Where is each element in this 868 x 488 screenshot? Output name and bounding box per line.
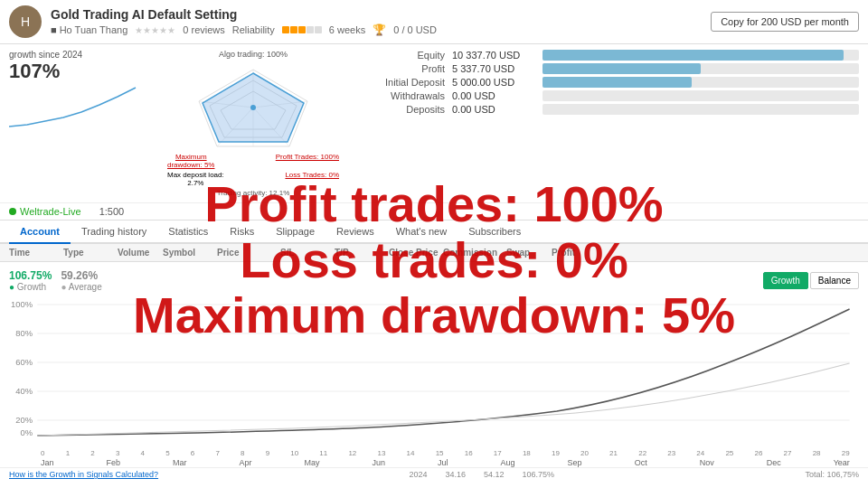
withdrawals-bar-wrap — [542, 90, 859, 101]
tab-account[interactable]: Account — [9, 221, 71, 244]
avg-badge: 59.26% ● Average — [61, 269, 101, 292]
svg-text:0%: 0% — [21, 428, 33, 437]
equity-bar — [542, 50, 844, 61]
broker-name: Weltrade-Live — [20, 206, 81, 217]
chart-btn-group: Growth Balance — [763, 272, 859, 289]
equity-label: Equity — [353, 50, 452, 61]
col-sl: S/L — [280, 248, 335, 258]
profit-bar — [542, 63, 701, 74]
growth-badge-label: ● Growth — [9, 282, 52, 292]
page-header: H Gold Trading AI Default Setting ■ Ho T… — [0, 0, 868, 44]
growth-mini: growth since 2024 107% — [9, 50, 154, 128]
chart-section: 106.75% ● Growth 59.26% ● Average Growth… — [0, 262, 868, 467]
col-volume: Volume — [118, 248, 163, 258]
col-price: Price — [217, 248, 280, 258]
growth-badge-value: 106.75% — [9, 269, 52, 282]
reviews: 0 reviews — [183, 24, 224, 35]
tab-reviews[interactable]: Reviews — [326, 221, 385, 244]
growth-since-label: growth since 2024 — [9, 50, 154, 60]
deposits-value: 0.00 USD — [452, 104, 542, 115]
deposit-label: Initial Deposit — [353, 77, 452, 88]
algo-label: Algo trading: 100% — [163, 50, 344, 59]
withdrawals-value: 0.00 USD — [452, 90, 542, 101]
tab-whats-new[interactable]: What's new — [385, 221, 458, 244]
weeks: 6 weeks — [329, 24, 365, 35]
right-stats: Equity 10 337.70 USD Profit 5 337.70 USD… — [353, 50, 859, 117]
footer-val-3: 54.12 — [484, 470, 505, 479]
deposits-row: Deposits 0.00 USD — [353, 104, 859, 115]
live-badge: Weltrade-Live — [9, 206, 81, 217]
growth-calc-link[interactable]: How is the Growth in Signals Calculated? — [9, 470, 158, 479]
copy-button[interactable]: Copy for 200 USD per month — [711, 12, 859, 32]
tab-risks[interactable]: Risks — [219, 221, 265, 244]
leverage: 1:500 — [99, 206, 125, 217]
main-chart: 100% 80% 60% 40% 20% 0% — [9, 296, 859, 449]
col-commission: Commission — [443, 248, 506, 258]
author: ■ Ho Tuan Thang — [51, 24, 127, 35]
footer-values: 2024 34.16 54.12 106.75% — [409, 470, 554, 479]
radar-chart: Algo trading: 100% Maximumdrawdo — [163, 50, 344, 197]
col-time: Time — [9, 248, 63, 258]
reliability-label: Reliability — [232, 24, 275, 35]
tab-slippage[interactable]: Slippage — [265, 221, 326, 244]
balance-button[interactable]: Balance — [810, 272, 859, 289]
equity-bar-wrap — [542, 50, 859, 61]
footer-val-1: 2024 — [409, 470, 427, 479]
reliability-bar — [282, 26, 322, 33]
equity-value: 10 337.70 USD — [452, 50, 542, 61]
svg-point-9 — [250, 105, 256, 110]
deposits-bar-wrap — [542, 104, 859, 115]
withdrawals-row: Withdrawals 0.00 USD — [353, 90, 859, 101]
broker-meta: Weltrade-Live 1:500 — [0, 203, 868, 221]
stats-row: growth since 2024 107% Algo trading: 100… — [0, 44, 868, 203]
footer-total: Total: 106,75% — [805, 470, 859, 479]
page-title: Gold Trading AI Default Setting — [51, 7, 702, 22]
tab-statistics[interactable]: Statistics — [157, 221, 219, 244]
header-meta: ■ Ho Tuan Thang ★★★★★ 0 reviews Reliabil… — [51, 23, 702, 36]
col-close-price: Close Price — [389, 248, 443, 258]
loss-trades-label: Loss Trades: 0% — [285, 171, 339, 187]
footer-val-4: 106.75% — [523, 470, 555, 479]
deposit-value: 5 000.00 USD — [452, 77, 542, 88]
avg-badge-label: ● Average — [61, 282, 101, 292]
avg-badge-value: 59.26% — [61, 269, 101, 282]
withdrawals-label: Withdrawals — [353, 90, 452, 101]
svg-text:60%: 60% — [15, 358, 33, 367]
tab-trading-history[interactable]: Trading history — [71, 221, 157, 244]
star-rating: ★★★★★ — [135, 25, 175, 35]
chart-badges: 106.75% ● Growth 59.26% ● Average — [9, 269, 102, 292]
svg-text:80%: 80% — [15, 329, 33, 338]
header-info: Gold Trading AI Default Setting ■ Ho Tua… — [51, 7, 702, 36]
svg-text:20%: 20% — [15, 416, 33, 425]
col-symbol: Symbol — [163, 248, 217, 258]
equity-row: Equity 10 337.70 USD — [353, 50, 859, 61]
col-profit: Profit — [552, 248, 606, 258]
col-tp: T/P — [335, 248, 389, 258]
growth-pct: 107% — [9, 60, 154, 83]
month-labels: JanFebMarAprMayJun JulAugSepOctNovDecYea… — [9, 457, 859, 467]
followers: 0 / 0 USD — [393, 24, 437, 35]
growth-button[interactable]: Growth — [763, 272, 808, 289]
footer-val-2: 34.16 — [445, 470, 466, 479]
profit-row: Profit 5 337.70 USD — [353, 63, 859, 74]
deposit-row: Initial Deposit 5 000.00 USD — [353, 77, 859, 88]
max-deposit-label: Max deposit load:2.7% — [167, 171, 224, 187]
trading-activity-label: Trading activity: 12.1% — [163, 189, 344, 197]
svg-text:100%: 100% — [11, 300, 33, 309]
col-type: Type — [63, 248, 118, 258]
growth-badge: 106.75% ● Growth — [9, 269, 52, 292]
mini-chart — [9, 83, 145, 128]
profit-label: Profit — [353, 63, 452, 74]
profit-bar-wrap — [542, 63, 859, 74]
svg-text:40%: 40% — [15, 387, 33, 396]
table-header: Time Type Volume Symbol Price S/L T/P Cl… — [0, 244, 868, 262]
tab-bar: Account Trading history Statistics Risks… — [0, 221, 868, 244]
tab-subscribers[interactable]: Subscribers — [458, 221, 532, 244]
deposits-label: Deposits — [353, 104, 452, 115]
deposit-bar-wrap — [542, 77, 859, 88]
col-swap: Swap — [506, 248, 552, 258]
x-axis-numbers: 01234567 89101112131415 1617181920212223… — [9, 449, 859, 457]
avatar: H — [9, 5, 42, 38]
deposit-bar — [542, 77, 692, 88]
chart-footer: How is the Growth in Signals Calculated?… — [0, 467, 868, 481]
